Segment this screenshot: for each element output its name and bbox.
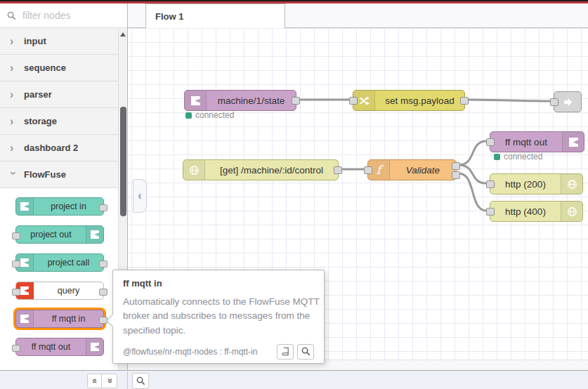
scrollbar-thumb[interactable] — [120, 107, 126, 216]
chevron-right-icon: › — [10, 36, 17, 47]
search-icon — [7, 11, 16, 20]
wire[interactable] — [467, 100, 550, 101]
node-red-editor: ›input ›sequence ›parser ›storage ›dashb… — [0, 0, 588, 389]
double-chevron-down-icon: « — [105, 378, 114, 383]
globe-icon — [561, 202, 582, 221]
node-link-out[interactable] — [554, 91, 582, 112]
search-icon — [301, 347, 311, 356]
output-port-1[interactable] — [452, 162, 460, 170]
input-port[interactable] — [12, 232, 20, 239]
palette-category-flowfuse[interactable]: ›FlowFuse — [0, 161, 118, 188]
input-port[interactable] — [12, 289, 20, 296]
output-port[interactable] — [99, 204, 107, 211]
input-port[interactable] — [486, 208, 495, 216]
flowfuse-icon — [562, 132, 584, 152]
node-http-in-control[interactable]: [get] /machine/:id/control — [183, 159, 339, 180]
globe-icon — [183, 160, 205, 180]
input-port[interactable] — [550, 98, 558, 106]
chevron-left-icon: ‹ — [138, 190, 141, 202]
tooltip-description: Automatically connects to the FlowFuse M… — [123, 295, 320, 338]
double-chevron-up-icon: « — [91, 378, 100, 383]
node-ff-mqtt-out[interactable]: ff mqtt out — [490, 131, 584, 152]
tab-flow-1[interactable]: Flow 1 — [145, 4, 285, 28]
output-port[interactable] — [460, 97, 469, 105]
scroll-up-icon[interactable] — [120, 32, 126, 37]
palette-node-project-in[interactable]: project in — [15, 197, 104, 216]
book-icon — [281, 347, 290, 356]
palette-category-sequence[interactable]: ›sequence — [0, 55, 118, 81]
output-port[interactable] — [334, 166, 342, 174]
output-port[interactable] — [292, 97, 300, 105]
output-port[interactable] — [99, 261, 107, 268]
chevron-right-icon: › — [10, 89, 17, 100]
palette-node-project-out[interactable]: project out — [15, 225, 104, 244]
palette-search[interactable] — [0, 4, 127, 28]
input-port[interactable] — [12, 345, 20, 352]
search-flows-button[interactable] — [132, 373, 149, 389]
input-port[interactable] — [486, 138, 495, 146]
status-dot — [494, 154, 500, 160]
palette-category-input[interactable]: ›input — [0, 28, 118, 55]
flowfuse-icon — [86, 226, 103, 243]
palette-category-dashboard2[interactable]: ›dashboard 2 — [0, 135, 118, 161]
palette-node-query[interactable]: query — [15, 282, 104, 300]
flowfuse-icon — [16, 310, 34, 327]
search-input[interactable] — [21, 9, 115, 22]
input-port[interactable] — [349, 97, 358, 105]
globe-icon — [561, 174, 582, 194]
tooltip-title: ff mqtt in — [123, 278, 314, 289]
node-http-response-200[interactable]: http (200) — [490, 173, 583, 194]
expand-all-button[interactable]: « — [101, 374, 117, 388]
input-port[interactable] — [486, 180, 495, 188]
input-port[interactable] — [364, 166, 372, 174]
chevron-right-icon: › — [10, 143, 17, 154]
node-function-validate[interactable]: f Validate — [367, 159, 457, 180]
palette-category-storage[interactable]: ›storage — [0, 108, 118, 135]
find-node-button[interactable] — [297, 344, 314, 360]
chevron-down-icon: › — [8, 171, 19, 178]
chevron-right-icon: › — [10, 116, 17, 127]
flowfuse-icon — [16, 198, 34, 215]
node-status: connected — [494, 152, 542, 161]
output-port[interactable] — [99, 289, 107, 296]
flowfuse-icon — [86, 338, 103, 355]
chevron-right-icon: › — [10, 62, 17, 74]
node-change-set-payload[interactable]: set msg.payload — [353, 90, 465, 111]
wire[interactable] — [459, 141, 486, 165]
status-dot — [185, 112, 192, 119]
palette-node-ff-mqtt-out[interactable]: ff mqtt out — [15, 338, 104, 356]
tooltip-module-id: @flowfuse/nr-mqtt-nodes : ff-mqtt-in — [123, 347, 273, 357]
output-port-2[interactable] — [452, 171, 460, 179]
palette-category-parser[interactable]: ›parser — [0, 81, 118, 108]
node-http-response-400[interactable]: http (400) — [490, 201, 583, 222]
docs-button[interactable] — [277, 344, 294, 360]
node-tooltip: ff mqtt in Automatically connects to the… — [112, 270, 325, 364]
node-status: connected — [185, 110, 234, 120]
palette-node-ff-mqtt-in[interactable]: ff mqtt in — [15, 310, 104, 328]
palette-node-project-call[interactable]: project call — [15, 253, 104, 272]
input-port[interactable] — [12, 261, 20, 268]
node-mqtt-in-machine-state[interactable]: machine/1/state — [184, 90, 296, 111]
palette-collapse-handle[interactable]: ‹ — [133, 179, 147, 213]
search-icon — [136, 376, 145, 385]
flowfuse-icon — [185, 91, 207, 110]
wire[interactable] — [459, 173, 486, 211]
footer-divider — [127, 370, 128, 389]
